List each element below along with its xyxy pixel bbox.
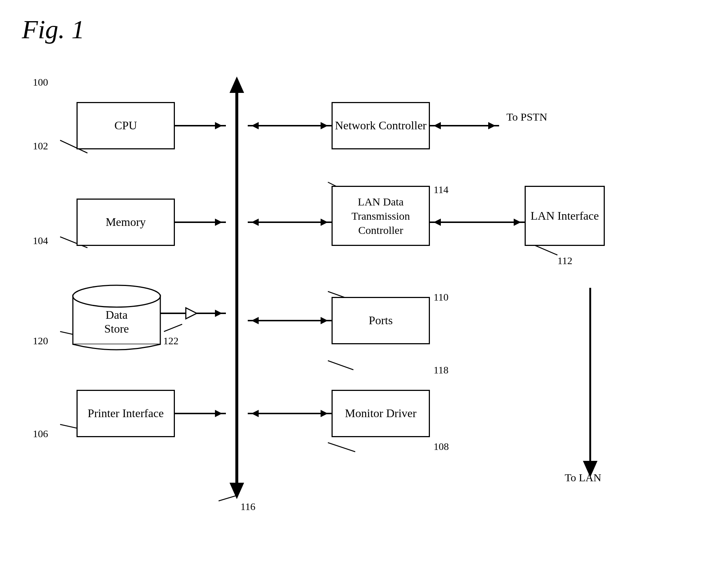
- svg-marker-16: [251, 219, 259, 226]
- svg-marker-34: [186, 308, 197, 319]
- ref-120: 120: [33, 335, 48, 347]
- ref-102: 102: [33, 140, 48, 152]
- ref-104: 104: [33, 235, 48, 247]
- svg-marker-17: [321, 219, 328, 226]
- svg-marker-8: [215, 219, 222, 226]
- svg-marker-20: [321, 317, 328, 324]
- cpu-box: CPU: [77, 102, 175, 149]
- ref-108: 108: [434, 441, 449, 452]
- ref-112: 112: [557, 255, 572, 267]
- svg-marker-13: [251, 122, 259, 129]
- svg-marker-1: [230, 77, 244, 93]
- svg-marker-23: [321, 410, 328, 417]
- system-label: 100: [33, 77, 48, 88]
- lan-interface-box: LAN Interface: [525, 186, 605, 246]
- svg-marker-2: [230, 483, 244, 499]
- svg-marker-14: [321, 122, 328, 129]
- ref-122: 122: [163, 335, 179, 347]
- svg-text:Data: Data: [106, 308, 128, 321]
- svg-line-44: [328, 443, 355, 452]
- to-lan-label: To LAN: [565, 470, 601, 485]
- svg-marker-25: [434, 122, 441, 129]
- svg-line-43: [328, 361, 353, 370]
- ref-116: 116: [240, 501, 255, 513]
- to-pstn-label: To PSTN: [506, 109, 547, 125]
- data-store-container: Data Store: [66, 282, 168, 355]
- memory-box: Memory: [77, 199, 175, 246]
- svg-marker-36: [215, 310, 222, 317]
- svg-marker-5: [215, 122, 222, 129]
- printer-interface-box: Printer Interface: [77, 390, 175, 437]
- svg-line-46: [219, 495, 237, 501]
- monitor-driver-box: Monitor Driver: [332, 390, 430, 437]
- ref-118: 118: [434, 364, 448, 376]
- network-controller-box: Network Controller: [332, 102, 430, 149]
- svg-marker-19: [251, 317, 259, 324]
- ref-110: 110: [434, 291, 448, 303]
- ref-106: 106: [33, 428, 48, 440]
- svg-marker-22: [251, 410, 259, 417]
- ref-114: 114: [434, 184, 448, 196]
- svg-point-49: [73, 285, 160, 307]
- ports-box: Ports: [332, 297, 430, 344]
- lan-dtc-box: LAN Data Transmission Controller: [332, 186, 430, 246]
- figure-title: Fig. 1: [22, 15, 85, 45]
- svg-marker-11: [215, 410, 222, 417]
- svg-text:Store: Store: [104, 322, 129, 335]
- svg-marker-28: [434, 219, 441, 226]
- svg-marker-26: [488, 122, 495, 129]
- svg-marker-29: [514, 219, 521, 226]
